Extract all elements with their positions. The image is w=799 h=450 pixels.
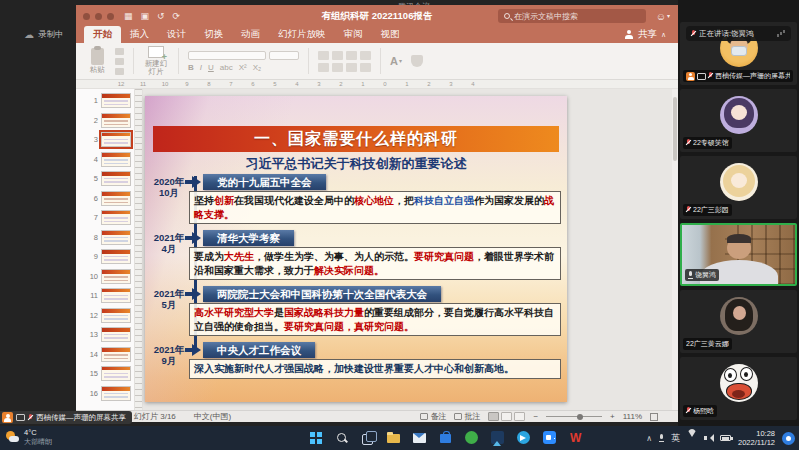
ppt-share-button[interactable]: 共享 ∧: [625, 28, 666, 41]
zoom-out-button[interactable]: −: [533, 412, 538, 421]
tencent-meeting-icon[interactable]: [542, 430, 558, 446]
taskbar-weather-widget[interactable]: 4°C 大部晴朗: [6, 429, 52, 446]
format-button[interactable]: B: [188, 63, 194, 72]
ppt-search-input[interactable]: 在演示文稿中搜索: [498, 9, 646, 23]
slide-thumbnail-13[interactable]: 13: [76, 327, 131, 342]
photos-icon[interactable]: [490, 430, 506, 446]
format-button[interactable]: U: [208, 63, 214, 72]
slide-number: 14: [86, 350, 98, 359]
recording-indicator[interactable]: ☁ 录制中: [24, 29, 64, 41]
format-button[interactable]: X₂: [253, 63, 261, 72]
normal-view-icon[interactable]: [488, 412, 499, 421]
slide-thumbnail-14[interactable]: 14: [76, 347, 131, 362]
task-view-icon[interactable]: [360, 430, 376, 446]
window-traffic-lights[interactable]: [83, 13, 114, 20]
zoom-slider[interactable]: [546, 416, 602, 417]
taskbar-clock[interactable]: 10:28 2022/11/12: [738, 429, 775, 448]
zoom-in-button[interactable]: +: [610, 412, 615, 421]
slide-thumbnail-10[interactable]: 10: [76, 269, 131, 284]
wifi-icon[interactable]: [687, 429, 697, 442]
participant-name: 饶翼鸿: [695, 270, 716, 280]
slide-thumbnail-12[interactable]: 12: [76, 308, 131, 323]
ribbon-tab-8[interactable]: 视图: [372, 26, 409, 43]
new-slide-button[interactable]: 新建幻灯片: [143, 46, 169, 77]
font-format-buttons[interactable]: BIUabcX²X₂: [188, 63, 299, 72]
slideshow-icon[interactable]: [514, 412, 525, 421]
participant-tile-6[interactable]: 杨熙晗: [680, 357, 797, 420]
slide-thumbnail-8[interactable]: 8: [76, 230, 131, 245]
screen-share-toolbar[interactable]: 西柚传媒—声珊的屏幕共享: [0, 411, 132, 424]
share-label: 共享: [638, 28, 657, 41]
ribbon-tab-5[interactable]: 动画: [232, 26, 269, 43]
slide-thumbnail-9[interactable]: 9: [76, 249, 131, 264]
paragraph-group[interactable]: [318, 51, 371, 72]
collapse-ribbon-icon[interactable]: ∧: [661, 31, 666, 39]
slide-thumbnail-5[interactable]: 5: [76, 171, 131, 186]
ruler-number: 0: [374, 81, 396, 87]
file-explorer-icon[interactable]: [386, 430, 402, 446]
slide-thumbnail-2[interactable]: 2: [76, 113, 131, 128]
ribbon-tab-2[interactable]: 插入: [121, 26, 158, 43]
slide-thumbnail-6[interactable]: 6: [76, 191, 131, 206]
paste-button[interactable]: 粘贴: [84, 48, 124, 75]
save-icon[interactable]: ▣: [141, 12, 150, 21]
font-color-button[interactable]: A: [390, 55, 402, 67]
system-tray: ∧ 英 10:28 2022/11/12: [646, 426, 795, 450]
slide-thumbnail-4[interactable]: 4: [76, 152, 131, 167]
volume-icon[interactable]: [704, 434, 713, 442]
ribbon-tab-7[interactable]: 审阅: [335, 26, 372, 43]
feedback-smiley-icon[interactable]: ☺: [656, 10, 670, 23]
speaking-label: 正在讲话:饶翼鸿: [699, 29, 774, 39]
hidden-icons-chevron[interactable]: ∧: [646, 434, 652, 443]
undo-icon[interactable]: ↺: [157, 12, 165, 21]
font-name-select[interactable]: [188, 51, 266, 60]
format-button[interactable]: I: [200, 63, 202, 72]
slide-sorter-icon[interactable]: [501, 412, 512, 421]
slide-thumbnail-11[interactable]: 11: [76, 288, 131, 303]
timeline-arrow-icon: [192, 232, 201, 244]
participant-tile-2[interactable]: 22专硕笑馆: [680, 89, 797, 152]
format-button[interactable]: abc: [220, 63, 233, 72]
slide-thumbnail-7[interactable]: 7: [76, 210, 131, 225]
fit-to-window-icon[interactable]: [650, 413, 658, 421]
slide-thumb-preview: [101, 308, 131, 323]
slide-thumbnail-16[interactable]: 16: [76, 386, 131, 401]
ribbon-tab-4[interactable]: 切换: [195, 26, 232, 43]
format-button[interactable]: X²: [239, 63, 247, 72]
participant-tile-3[interactable]: 22广三彭园: [680, 156, 797, 219]
slide-thumbnail-3[interactable]: 3: [76, 132, 131, 147]
mail-icon[interactable]: [412, 430, 428, 446]
slide-number: 7: [86, 213, 98, 222]
participant-name: 22广三彭园: [693, 205, 729, 215]
slide-thumbnail-15[interactable]: 15: [76, 366, 131, 381]
format-painter-icon[interactable]: [411, 55, 423, 67]
participant-tile-5[interactable]: 22广三黄云娜: [680, 290, 797, 353]
telegram-icon[interactable]: [516, 430, 532, 446]
font-size-select[interactable]: [269, 51, 299, 60]
search-icon[interactable]: [334, 430, 350, 446]
store-icon[interactable]: [438, 430, 454, 446]
slide-thumbnail-1[interactable]: 1: [76, 93, 131, 108]
share-toolbar-text: 西柚传媒—声珊的屏幕共享: [36, 413, 126, 423]
app-green-icon[interactable]: [464, 430, 480, 446]
battery-icon[interactable]: [720, 435, 731, 441]
timeline-date: 2021年9月: [149, 345, 189, 367]
wps-icon[interactable]: [568, 430, 584, 446]
ribbon-tab-1[interactable]: 开始: [84, 26, 121, 43]
zoom-percent[interactable]: 111%: [623, 412, 642, 421]
start-icon[interactable]: [308, 430, 324, 446]
notes-button[interactable]: 备注: [420, 411, 446, 422]
participant-tile-4[interactable]: 饶翼鸿: [680, 223, 797, 286]
ime-indicator[interactable]: 英: [671, 432, 680, 445]
cut-copy-format-buttons[interactable]: [115, 48, 124, 75]
redo-icon[interactable]: ⟳: [173, 12, 181, 21]
ribbon-tab-6[interactable]: 幻灯片放映: [269, 26, 335, 43]
view-switcher[interactable]: [488, 412, 525, 421]
view-icon[interactable]: ▦: [124, 12, 133, 21]
tray-mic-icon[interactable]: [659, 434, 664, 442]
comments-button[interactable]: 批注: [454, 411, 480, 422]
notification-badge[interactable]: [782, 432, 795, 445]
language-indicator[interactable]: 中文(中国): [194, 411, 231, 422]
ribbon-tab-3[interactable]: 设计: [158, 26, 195, 43]
tray-time: 10:28: [756, 429, 775, 438]
